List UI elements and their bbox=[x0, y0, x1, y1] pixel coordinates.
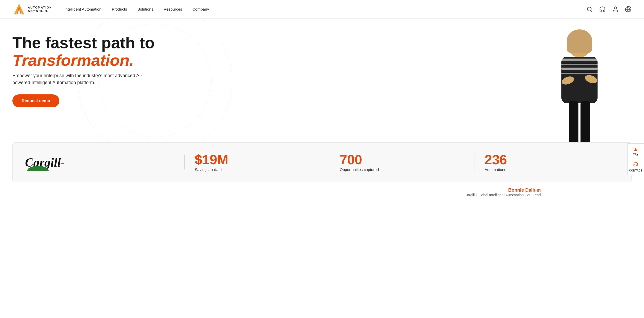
stat-automations-label: Automations bbox=[485, 167, 609, 172]
nav-resources[interactable]: Resources bbox=[164, 7, 182, 11]
testimonial-name: Bonnie Dallum bbox=[12, 187, 541, 193]
stat-automations-value: 236 bbox=[485, 153, 609, 166]
headset-icon[interactable] bbox=[599, 6, 606, 13]
logo-text: AUTOMATION ANYWHERE bbox=[28, 6, 52, 12]
stat-savings: $19M Savings to-date bbox=[185, 153, 329, 172]
stats-logo: Cargill™ bbox=[25, 155, 185, 169]
hero-title-prefix: The fastest path to bbox=[12, 34, 155, 52]
cargill-logo: Cargill™ bbox=[25, 155, 64, 169]
stat-opportunities-value: 700 bbox=[340, 153, 464, 166]
stat-savings-label: Savings to-date bbox=[195, 167, 319, 172]
svg-rect-14 bbox=[561, 73, 598, 74]
nav-products[interactable]: Products bbox=[112, 7, 127, 11]
svg-rect-17 bbox=[569, 101, 578, 142]
try-icon: ▲ bbox=[633, 146, 638, 152]
stat-savings-value: $19M bbox=[195, 153, 319, 166]
contact-icon bbox=[633, 162, 638, 168]
svg-rect-12 bbox=[561, 64, 598, 65]
cargill-tm: ™ bbox=[61, 162, 64, 166]
nav-intelligent-automation[interactable]: Intelligent Automation bbox=[65, 7, 101, 11]
svg-rect-11 bbox=[561, 59, 598, 61]
stat-opportunities-label: Opportunities captured bbox=[340, 167, 464, 172]
hero-content: The fastest path to Transformation. Empo… bbox=[12, 34, 193, 107]
stat-automations: 236 Automations bbox=[474, 153, 619, 172]
hero-subtitle: Empower your enterprise with the industr… bbox=[12, 72, 157, 86]
testimonial-title: Cargill | Global Intelligent Automation … bbox=[12, 193, 541, 197]
try-label: TRY bbox=[633, 153, 638, 156]
person-svg bbox=[541, 19, 618, 142]
svg-point-2 bbox=[587, 7, 591, 11]
search-icon[interactable] bbox=[586, 6, 593, 13]
navbar: AUTOMATION ANYWHERE Intelligent Automati… bbox=[0, 0, 644, 19]
nav-solutions[interactable]: Solutions bbox=[137, 7, 153, 11]
logo-line1: AUTOMATION bbox=[28, 6, 52, 9]
nav-icons bbox=[586, 6, 632, 13]
nav-company[interactable]: Company bbox=[193, 7, 209, 11]
svg-point-4 bbox=[614, 7, 617, 9]
user-icon[interactable] bbox=[612, 6, 619, 13]
request-demo-button[interactable]: Request demo bbox=[12, 94, 59, 107]
side-widgets: ▲ TRY CONTACT bbox=[627, 143, 644, 175]
hero-title: The fastest path to Transformation. bbox=[12, 34, 193, 69]
testimonial: Bonnie Dallum Cargill | Global Intellige… bbox=[0, 182, 644, 205]
logo[interactable]: AUTOMATION ANYWHERE bbox=[12, 3, 52, 16]
logo-line2: ANYWHERE bbox=[28, 9, 52, 12]
nav-links: Intelligent Automation Products Solution… bbox=[65, 7, 586, 11]
contact-widget[interactable]: CONTACT bbox=[627, 159, 644, 175]
globe-icon[interactable] bbox=[625, 6, 632, 13]
stats-section: Cargill™ $19M Savings to-date 700 Opport… bbox=[12, 142, 632, 182]
try-widget[interactable]: ▲ TRY bbox=[627, 143, 644, 159]
contact-label: CONTACT bbox=[629, 169, 642, 172]
hero-title-highlight: Transformation. bbox=[12, 51, 134, 69]
hero-person-image bbox=[536, 19, 623, 142]
svg-rect-18 bbox=[581, 101, 590, 142]
svg-rect-13 bbox=[561, 68, 598, 70]
svg-rect-9 bbox=[567, 40, 592, 53]
stat-opportunities: 700 Opportunities captured bbox=[329, 153, 474, 172]
hero-section: The fastest path to Transformation. Empo… bbox=[0, 19, 644, 142]
svg-line-3 bbox=[591, 10, 592, 12]
logo-icon bbox=[12, 3, 26, 16]
